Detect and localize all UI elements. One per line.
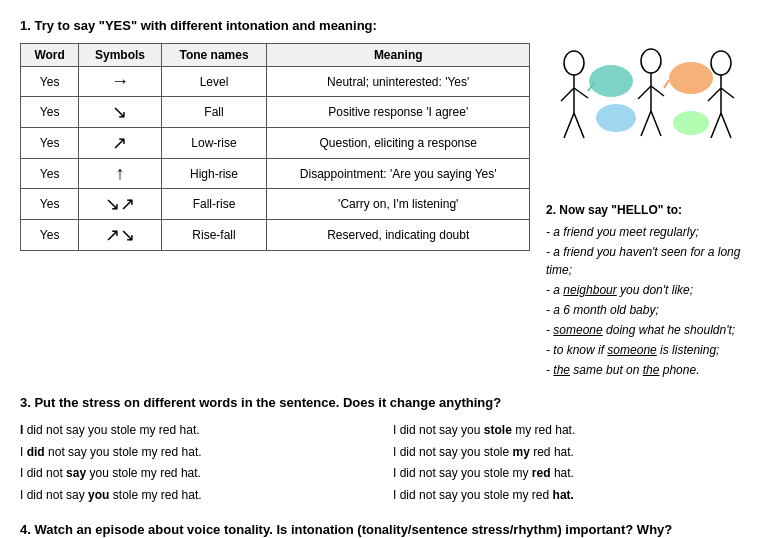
cell-meaning: Disappointment: 'Are you saying Yes': [267, 159, 530, 189]
cell-meaning: Question, eliciting a response: [267, 128, 530, 159]
intonation-table-area: Word Symbols Tone names Meaning Yes→Leve…: [20, 43, 530, 381]
svg-point-0: [564, 51, 584, 75]
svg-point-16: [596, 104, 636, 132]
col-meaning: Meaning: [267, 44, 530, 67]
illustration: [546, 43, 746, 183]
table-row: Yes↗Low-riseQuestion, eliciting a respon…: [21, 128, 530, 159]
svg-point-17: [711, 51, 731, 75]
right-panel: 2. Now say "HELLO" to: - a friend you me…: [546, 43, 746, 381]
stress-sentence: I did not say you stole my red hat.: [20, 442, 373, 464]
svg-line-19: [708, 88, 721, 101]
svg-line-15: [664, 80, 669, 88]
cell-tone: Rise-fall: [161, 220, 267, 251]
table-row: Yes↑High-riseDisappointment: 'Are you sa…: [21, 159, 530, 189]
cell-tone: Level: [161, 67, 267, 97]
underlined-word: someone: [553, 323, 602, 337]
cell-symbol: ↘: [79, 97, 161, 128]
cell-symbol: ↗: [79, 128, 161, 159]
cell-tone: Fall: [161, 97, 267, 128]
section4: 4. Watch an episode about voice tonality…: [20, 520, 746, 538]
svg-line-3: [574, 88, 588, 98]
hello-item: - to know if someone is listening;: [546, 341, 746, 359]
stress-sentences: I did not say you stole my red hat.I did…: [20, 420, 746, 506]
svg-line-21: [711, 113, 721, 138]
cell-word: Yes: [21, 67, 79, 97]
cell-word: Yes: [21, 220, 79, 251]
stress-sentence: I did not say you stole my red hat.: [393, 485, 746, 507]
cell-symbol: ↑: [79, 159, 161, 189]
cell-tone: Fall-rise: [161, 189, 267, 220]
stress-sentence: I did not say you stole my red hat.: [393, 420, 746, 442]
stress-sentence: I did not say you stole my red hat.: [20, 420, 373, 442]
cell-tone: High-rise: [161, 159, 267, 189]
table-row: Yes↗↘Rise-fallReserved, indicating doubt: [21, 220, 530, 251]
hello-title: 2. Now say "HELLO" to:: [546, 203, 682, 217]
cell-meaning: Neutral; uninterested: 'Yes': [267, 67, 530, 97]
cell-word: Yes: [21, 97, 79, 128]
underlined-word: the: [643, 363, 660, 377]
hello-section: 2. Now say "HELLO" to: - a friend you me…: [546, 201, 746, 381]
cell-symbol: ↗↘: [79, 220, 161, 251]
table-row: Yes→LevelNeutral; uninterested: 'Yes': [21, 67, 530, 97]
section1: 1. Try to say "YES" with different inton…: [20, 18, 746, 381]
hello-item: - a friend you meet regularly;: [546, 223, 746, 241]
cell-symbol: →: [79, 67, 161, 97]
stress-sentence: I did not say you stole my red hat.: [20, 463, 373, 485]
svg-line-4: [564, 113, 574, 138]
svg-line-5: [574, 113, 584, 138]
stress-sentence: I did not say you stole my red hat.: [393, 463, 746, 485]
stress-sentence: I did not say you stole my red hat.: [20, 485, 373, 507]
col-symbols: Symbols: [79, 44, 161, 67]
underlined-word: neighbour: [563, 283, 616, 297]
cell-tone: Low-rise: [161, 128, 267, 159]
svg-line-12: [641, 111, 651, 136]
hello-item: - a 6 month old baby;: [546, 301, 746, 319]
svg-line-20: [721, 88, 734, 98]
right-sentences: I did not say you stole my red hat.I did…: [393, 420, 746, 506]
col-tone: Tone names: [161, 44, 267, 67]
section1-title: 1. Try to say "YES" with different inton…: [20, 18, 746, 33]
underlined-word: someone: [607, 343, 656, 357]
hello-item: - someone doing what he shouldn't;: [546, 321, 746, 339]
svg-line-13: [651, 111, 661, 136]
cell-meaning: Reserved, indicating doubt: [267, 220, 530, 251]
hello-list: - a friend you meet regularly;- a friend…: [546, 223, 746, 379]
cell-symbol: ↘↗: [79, 189, 161, 220]
hello-item: - the same but on the phone.: [546, 361, 746, 379]
table-row: Yes↘FallPositive response 'I agree': [21, 97, 530, 128]
svg-point-23: [673, 111, 709, 135]
section3: 3. Put the stress on different words in …: [20, 395, 746, 506]
svg-line-10: [638, 86, 651, 99]
hello-item: - a neighbour you don't like;: [546, 281, 746, 299]
table-row: Yes↘↗Fall-rise'Carry on, I'm listening': [21, 189, 530, 220]
stress-sentence: I did not say you stole my red hat.: [393, 442, 746, 464]
cell-word: Yes: [21, 128, 79, 159]
svg-line-11: [651, 86, 664, 96]
col-word: Word: [21, 44, 79, 67]
underlined-word: the: [553, 363, 570, 377]
left-sentences: I did not say you stole my red hat.I did…: [20, 420, 373, 506]
section3-title: 3. Put the stress on different words in …: [20, 395, 746, 410]
svg-point-8: [641, 49, 661, 73]
hello-item: - a friend you haven't seen for a long t…: [546, 243, 746, 279]
svg-point-14: [669, 62, 713, 94]
section4-title: 4. Watch an episode about voice tonality…: [20, 520, 746, 538]
cell-meaning: Positive response 'I agree': [267, 97, 530, 128]
cell-meaning: 'Carry on, I'm listening': [267, 189, 530, 220]
intonation-table: Word Symbols Tone names Meaning Yes→Leve…: [20, 43, 530, 251]
svg-line-22: [721, 113, 731, 138]
cell-word: Yes: [21, 189, 79, 220]
svg-line-2: [561, 88, 574, 101]
cell-word: Yes: [21, 159, 79, 189]
svg-point-6: [589, 65, 633, 97]
